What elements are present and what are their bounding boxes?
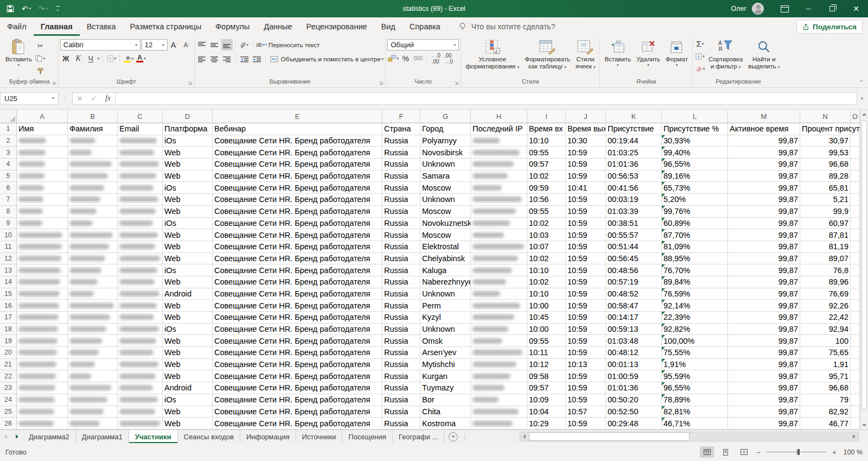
cell-N20[interactable]: 75,65	[800, 347, 851, 359]
cell-A23[interactable]	[17, 382, 68, 394]
cell-F2[interactable]: Russia	[382, 135, 420, 147]
align-middle-icon[interactable]	[209, 39, 220, 50]
row-header-13[interactable]: 13	[0, 264, 17, 276]
cell-M23[interactable]: 99,87	[728, 382, 800, 394]
cell-L17[interactable]: 22,39%	[662, 312, 728, 324]
cell-J16[interactable]: 10:59	[566, 300, 606, 312]
cell-N25[interactable]: 82,92	[800, 406, 851, 418]
share-button[interactable]: Поделиться	[796, 20, 863, 34]
cell-A7[interactable]	[17, 194, 68, 206]
font-name-combo[interactable]: Calibri▾	[60, 39, 141, 50]
cell-A5[interactable]	[17, 170, 68, 182]
underline-menu-chevron[interactable]: ▾	[98, 56, 100, 61]
cell-J24[interactable]: 10:59	[566, 394, 606, 406]
formula-bar-splitter[interactable]: ⋮	[59, 94, 72, 102]
user-avatar[interactable]	[752, 3, 764, 15]
cell-J20[interactable]: 10:59	[566, 347, 606, 359]
cell-I10[interactable]: 10:03	[527, 229, 566, 241]
cell-J6[interactable]: 10:41	[566, 182, 606, 194]
borders-icon[interactable]: ▾	[105, 53, 117, 64]
sheet-tab-options-icon[interactable]: ⋮	[462, 433, 468, 440]
row-header-11[interactable]: 11	[0, 241, 17, 253]
cell-E13[interactable]: Совещание Сети HR. Бренд работодателя	[213, 264, 382, 276]
cell-M20[interactable]: 99,87	[728, 347, 800, 359]
menu-tab-3[interactable]: Разметка страницы	[123, 17, 209, 36]
cell-D6[interactable]: iOs	[163, 182, 213, 194]
cell-G13[interactable]: Kaluga	[420, 264, 471, 276]
cell-L21[interactable]: 1,91%	[662, 359, 728, 371]
cell-N7[interactable]: 5,21	[800, 194, 851, 206]
page-break-view-icon[interactable]	[737, 446, 751, 458]
cell-A4[interactable]	[17, 159, 68, 170]
cell-J7[interactable]: 10:59	[566, 194, 606, 206]
cell-C14[interactable]	[118, 276, 163, 288]
cell-N9[interactable]: 60,97	[800, 218, 851, 230]
cell-I13[interactable]: 10:10	[527, 264, 566, 276]
cell-D2[interactable]: iOs	[163, 135, 213, 147]
name-box[interactable]: U25▾	[0, 92, 59, 105]
cell-J1[interactable]: Время вых	[566, 123, 606, 135]
align-top-icon[interactable]	[196, 39, 208, 50]
cell-I11[interactable]: 10:07	[527, 241, 566, 253]
cell-E17[interactable]: Совещание Сети HR. Бренд работодателя	[213, 312, 382, 324]
cell-E22[interactable]: Совещание Сети HR. Бренд работодателя	[213, 370, 382, 382]
cell-A6[interactable]	[17, 182, 68, 194]
row-header-20[interactable]: 20	[0, 347, 17, 359]
sheet-tab-6[interactable]: Посещения	[342, 430, 393, 443]
cell-B14[interactable]	[68, 276, 118, 288]
cell-D10[interactable]: Web	[163, 229, 213, 241]
cell-H25[interactable]	[471, 406, 527, 418]
accounting-format-icon[interactable]: ▾	[387, 53, 399, 64]
cell-D15[interactable]: Android	[163, 288, 213, 300]
cell-F8[interactable]: Russia	[382, 206, 420, 218]
cut-icon[interactable]: ✂	[35, 40, 46, 52]
cell-A15[interactable]	[17, 288, 68, 300]
cell-H16[interactable]	[471, 300, 527, 312]
cell-M6[interactable]: 99,87	[728, 182, 800, 194]
cell-O5[interactable]	[851, 170, 860, 182]
cell-I23[interactable]: 09:57	[527, 382, 566, 394]
cell-H10[interactable]	[471, 229, 527, 241]
cell-J18[interactable]: 10:59	[566, 324, 606, 336]
cell-C9[interactable]	[118, 218, 163, 230]
cell-L8[interactable]: 99,76%	[662, 206, 728, 218]
cell-I5[interactable]: 10:02	[527, 170, 566, 182]
cell-O12[interactable]	[851, 253, 860, 265]
cell-A16[interactable]	[17, 300, 68, 312]
cell-K23[interactable]: 01:01:36	[606, 382, 662, 394]
row-header-6[interactable]: 6	[0, 182, 17, 194]
sheet-tab-4[interactable]: Информация	[240, 430, 296, 443]
row-header-16[interactable]: 16	[0, 300, 17, 312]
cell-D12[interactable]: Web	[163, 253, 213, 265]
row-header-10[interactable]: 10	[0, 229, 17, 241]
cell-H1[interactable]: Последний IP	[471, 123, 527, 135]
cell-D16[interactable]: Web	[163, 300, 213, 312]
cell-B7[interactable]	[68, 194, 118, 206]
sheet-tab-3[interactable]: Сеансы входов	[178, 430, 240, 443]
cell-J8[interactable]: 10:59	[566, 206, 606, 218]
cell-I21[interactable]: 10:12	[527, 359, 566, 371]
cell-L4[interactable]: 96,55%	[662, 159, 728, 170]
cell-L26[interactable]: 46,71%	[662, 418, 728, 430]
cell-C25[interactable]	[118, 406, 163, 418]
cell-K13[interactable]: 00:48:56	[606, 264, 662, 276]
zoom-out-icon[interactable]: −	[755, 448, 762, 457]
cell-C13[interactable]	[118, 264, 163, 276]
cell-M12[interactable]: 99,87	[728, 253, 800, 265]
cell-A21[interactable]	[17, 359, 68, 371]
cell-B10[interactable]	[68, 229, 118, 241]
cell-M22[interactable]: 99,87	[728, 370, 800, 382]
cell-K3[interactable]: 01:03:25	[606, 147, 662, 159]
cell-A17[interactable]	[17, 312, 68, 324]
cell-C20[interactable]	[118, 347, 163, 359]
cell-O17[interactable]	[851, 312, 860, 324]
scroll-right-icon[interactable]	[850, 432, 858, 441]
cell-A26[interactable]	[17, 418, 68, 430]
cell-N4[interactable]: 96,68	[800, 159, 851, 170]
cell-E8[interactable]: Совещание Сети HR. Бренд работодателя	[213, 206, 382, 218]
cell-C3[interactable]	[118, 147, 163, 159]
cell-M26[interactable]: 99,87	[728, 418, 800, 430]
cell-C24[interactable]	[118, 394, 163, 406]
cell-F26[interactable]: Russia	[382, 418, 420, 430]
cell-K24[interactable]: 00:50:20	[606, 394, 662, 406]
